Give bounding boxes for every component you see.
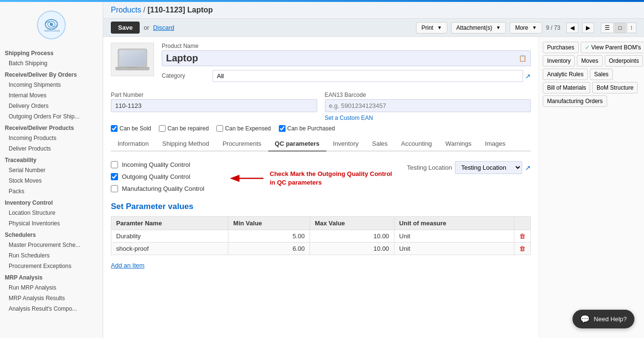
sidebar-section-receive/deliver-by-orders[interactable]: Receive/Deliver By Orders (0, 69, 103, 80)
breadcrumb-parent[interactable]: Products (111, 6, 141, 14)
right-btn-manufacturing-orders[interactable]: Manufacturing Orders (543, 95, 607, 107)
sidebar-item-run-schedulers[interactable]: Run Schedulers (0, 250, 103, 261)
sidebar-item-location-structure[interactable]: Location Structure (0, 208, 103, 218)
sidebar-item-run-mrp-analysis[interactable]: Run MRP Analysis (0, 282, 103, 293)
sidebar-section-mrp-analysis[interactable]: MRP Analysis (0, 271, 103, 282)
testing-location-select[interactable]: Testing Location (455, 161, 522, 174)
sidebar-item-stock-moves[interactable]: Stock Moves (0, 175, 103, 186)
print-button[interactable]: Print ▼ (416, 22, 447, 34)
nav-prev-button[interactable]: ◀ (566, 23, 578, 33)
outgoing-qc-checkbox[interactable] (111, 173, 118, 180)
sidebar-section-shipping-process[interactable]: Shipping Process (0, 47, 103, 58)
sidebar-item-incoming-shipments[interactable]: Incoming Shipments (0, 80, 103, 90)
chat-icon: 💬 (580, 315, 590, 324)
more-dropdown-arrow: ▼ (532, 25, 537, 30)
more-button[interactable]: More ▼ (510, 22, 542, 34)
sidebar-item-analysis-result's-compo[interactable]: Analysis Result's Compo... (0, 303, 103, 314)
checkbox-can-be-repaired[interactable]: Can be repaired (159, 125, 209, 132)
category-select[interactable]: All (213, 70, 523, 82)
param-col-min-value: Min Value (228, 217, 310, 230)
sidebar-item-serial-number[interactable]: Serial Number (0, 165, 103, 175)
tab-qc-parameters[interactable]: QC parameters (268, 137, 326, 152)
annotation-text: Check Mark the Outgoing Quality Controli… (270, 170, 392, 187)
right-btn-inventory[interactable]: Inventory (543, 55, 575, 67)
sidebar-item-delivery-orders[interactable]: Delivery Orders (0, 101, 103, 111)
sidebar-item-packs[interactable]: Packs (0, 186, 103, 197)
add-item-link[interactable]: Add an Item (111, 262, 144, 269)
right-btn-purchases[interactable]: Purchases (543, 42, 579, 53)
right-btn-sales[interactable]: Sales (590, 69, 613, 80)
product-fields: Product Name Laptop 📋 Category All (162, 43, 531, 86)
manufacturing-qc-checkbox[interactable] (111, 185, 118, 192)
tab-warnings[interactable]: Warnings (439, 137, 478, 152)
category-external-link-icon[interactable]: ↗ (525, 72, 531, 80)
table-row: Durablity5.0010.00Unit🗑 (111, 230, 531, 243)
sidebar-item-physical-inventories[interactable]: Physical Inventories (0, 218, 103, 229)
outgoing-qc-row: Outgoing Quality Control (111, 173, 218, 180)
tab-procurements[interactable]: Procurements (216, 137, 268, 152)
category-label: Category (162, 72, 210, 79)
tab-shipping-method[interactable]: Shipping Method (155, 137, 216, 152)
sidebar-section-receive/deliver-products[interactable]: Receive/Deliver Products (0, 122, 103, 133)
delete-row-icon[interactable]: 🗑 (519, 233, 525, 240)
print-dropdown-arrow: ▼ (437, 25, 442, 30)
discard-button[interactable]: Discard (153, 24, 174, 31)
part-ean-row: Part Number EAN13 Barcode Set a Custom E… (111, 92, 531, 121)
param-unit-cell: Unit (394, 230, 514, 243)
attachments-dropdown-arrow: ▼ (496, 25, 501, 30)
toolbar: Save or Discard Print ▼ Attachment(s) ▼ … (103, 19, 644, 37)
product-name-value[interactable]: Laptop 📋 (162, 50, 531, 66)
ean-input[interactable] (325, 99, 531, 112)
kanban-view-button[interactable]: ⁝ (627, 23, 636, 33)
custom-ean-link[interactable]: Set a Custom EAN (325, 115, 373, 121)
right-btn-view-parent-bom-s[interactable]: ✓ View Parent BOM's (581, 42, 644, 53)
sidebar-section-schedulers[interactable]: Schedulers (0, 229, 103, 240)
sidebar-section-inventory-control[interactable]: Inventory Control (0, 197, 103, 208)
right-btn-row: Purchases✓ View Parent BOM's (543, 42, 640, 53)
tab-sales[interactable]: Sales (365, 137, 394, 152)
save-button[interactable]: Save (111, 22, 140, 34)
sidebar-section-traceability[interactable]: Traceability (0, 154, 103, 165)
right-btn-bom-structure[interactable]: BoM Structure (592, 82, 638, 93)
delete-row-icon[interactable]: 🗑 (519, 245, 525, 252)
param-min-cell: 5.00 (228, 230, 310, 243)
set-parameter-title: Set Parameter values (111, 202, 531, 211)
testing-location-ext-link[interactable]: ↗ (525, 164, 531, 172)
need-help-button[interactable]: 💬 Need Help? (572, 310, 634, 328)
right-btn-row: Analytic RulesSales (543, 69, 640, 80)
qc-controls: Incoming Quality Control Outgoing Qualit… (111, 161, 218, 197)
right-btn-row: InventoryMovesOrderpoints (543, 55, 640, 67)
sidebar-item-deliver-products[interactable]: Deliver Products (0, 143, 103, 154)
checkbox-can-be-expensed[interactable]: Can be Expensed (216, 125, 271, 132)
list-view-button[interactable]: ☰ (601, 23, 614, 33)
tab-inventory[interactable]: Inventory (326, 137, 365, 152)
sidebar-item-procurement-exceptions[interactable]: Procurement Exceptions (0, 261, 103, 271)
right-btn-bill-of-materials[interactable]: Bill of Materials (543, 82, 590, 93)
incoming-qc-checkbox[interactable] (111, 161, 118, 168)
right-btn-moves[interactable]: Moves (577, 55, 602, 67)
sidebar-item-batch-shipping[interactable]: Batch Shipping (0, 58, 103, 69)
table-row: shock-proof6.0010.00Unit🗑 (111, 243, 531, 255)
attachments-button[interactable]: Attachment(s) ▼ (451, 22, 506, 34)
sidebar-item-master-procurement-sche[interactable]: Master Procurement Sche... (0, 240, 103, 250)
annotation-container: Check Mark the Outgoing Quality Controli… (227, 170, 392, 187)
content-area: Products / [110-1123] Laptop Save or Dis… (103, 2, 644, 338)
form-area: Product Name Laptop 📋 Category All (103, 37, 644, 338)
checkbox-can-be-sold[interactable]: Can be Sold (111, 125, 151, 132)
tab-images[interactable]: Images (478, 137, 513, 152)
part-number-input[interactable] (111, 99, 317, 112)
form-view-button[interactable]: □ (615, 23, 626, 33)
copy-icon[interactable]: 📋 (519, 55, 526, 62)
sidebar-item-internal-moves[interactable]: Internal Moves (0, 90, 103, 101)
nav-next-button[interactable]: ▶ (582, 23, 594, 33)
right-btn-orderpoints[interactable]: Orderpoints (605, 55, 644, 67)
tab-accounting[interactable]: Accounting (394, 137, 439, 152)
nav-count: 9 / 73 (546, 24, 561, 31)
sidebar-item-incoming-products[interactable]: Incoming Products (0, 133, 103, 143)
sidebar-item-outgoing-orders-for-ship[interactable]: Outgoing Orders For Ship... (0, 111, 103, 122)
tab-information[interactable]: Information (111, 137, 155, 152)
sidebar-item-mrp-analysis-results[interactable]: MRP Analysis Results (0, 293, 103, 303)
testing-location-label: Testing Location (407, 164, 452, 171)
checkbox-can-be-purchased[interactable]: Can be Purchased (279, 125, 335, 132)
right-btn-analytic-rules[interactable]: Analytic Rules (543, 69, 588, 80)
